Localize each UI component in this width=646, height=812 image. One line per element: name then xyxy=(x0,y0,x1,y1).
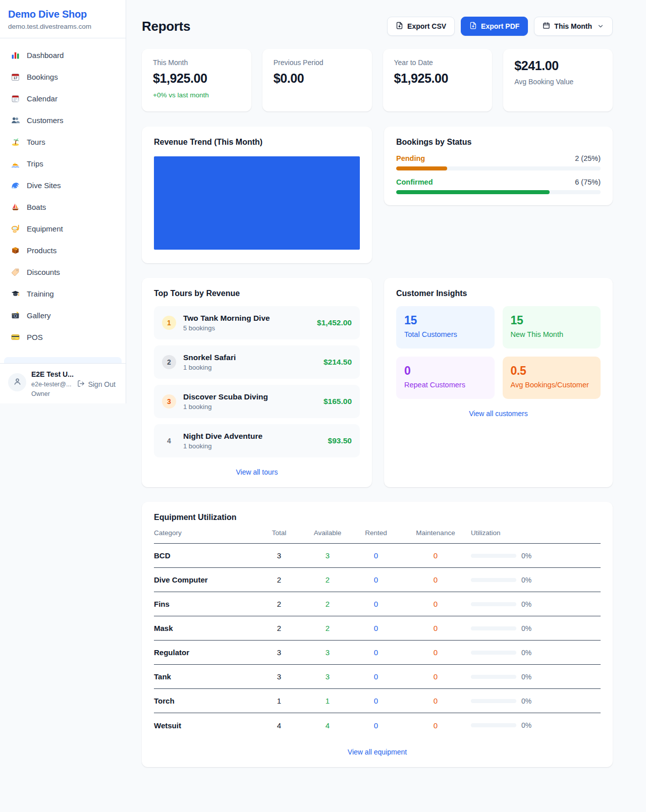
status-value: 6 (75%) xyxy=(575,178,601,186)
tour-info: Snorkel Safari1 booking xyxy=(183,353,236,371)
table-row: Regulator33000% xyxy=(154,641,601,665)
equipment-maintenance: 0 xyxy=(400,648,471,657)
view-all-tours-link[interactable]: View all tours xyxy=(154,468,360,476)
table-row: Dive Computer22000% xyxy=(154,568,601,592)
equipment-total: 3 xyxy=(255,551,303,560)
customer-insights-title: Customer Insights xyxy=(396,289,601,298)
sidebar-item-label: Products xyxy=(27,246,57,255)
svg-text:17: 17 xyxy=(13,76,17,80)
tile-value: 15 xyxy=(511,314,593,327)
brand-name[interactable]: Demo Dive Shop xyxy=(8,9,118,20)
utilization-percent: 0% xyxy=(521,697,531,705)
tile-label: Avg Bookings/Customer xyxy=(511,381,593,389)
utilization-bar xyxy=(471,651,516,655)
status-head: Pending2 (25%) xyxy=(396,154,601,162)
column-header-total: Total xyxy=(255,529,303,537)
equipment-maintenance: 0 xyxy=(400,624,471,632)
progress-fill xyxy=(396,166,447,170)
equipment-maintenance: 0 xyxy=(400,551,471,560)
calendar-icon xyxy=(543,22,550,31)
equipment-available: 3 xyxy=(303,551,352,560)
sidebar-item-bookings[interactable]: 17Bookings xyxy=(4,66,122,88)
sidebar-item-equipment[interactable]: Equipment xyxy=(4,218,122,240)
table-row: Fins22000% xyxy=(154,592,601,616)
export-csv-button[interactable]: Export CSV xyxy=(387,17,455,36)
equipment-available: 2 xyxy=(303,600,352,608)
sign-out-button[interactable]: Sign Out xyxy=(77,380,115,389)
equipment-utilization-card: Equipment Utilization CategoryTotalAvail… xyxy=(142,502,613,767)
equipment-rented: 0 xyxy=(352,624,400,632)
tour-revenue: $1,452.00 xyxy=(317,318,352,327)
stat-card-year-to-date: Year to Date$1,925.00 xyxy=(383,49,493,111)
tile-label: New This Month xyxy=(511,330,593,338)
sidebar-item-pos[interactable]: POS xyxy=(4,326,122,348)
table-body: BCD33000%Dive Computer22000%Fins22000%Ma… xyxy=(154,544,601,737)
revenue-trend-card: Revenue Trend (This Month) xyxy=(142,127,372,263)
equipment-rented: 0 xyxy=(352,575,400,584)
bookings-by-status-card: Bookings by Status Pending2 (25%)Confirm… xyxy=(384,127,613,205)
status-label: Confirmed xyxy=(396,178,433,186)
tour-bookings: 1 booking xyxy=(183,364,236,371)
equipment-total: 2 xyxy=(255,624,303,632)
tour-name: Night Dive Adventure xyxy=(183,432,262,441)
equipment-rented: 0 xyxy=(352,672,400,681)
equipment-total: 2 xyxy=(255,575,303,584)
stat-card-this-month: This Month$1,925.00+0% vs last month xyxy=(142,49,251,111)
sidebar-item-tours[interactable]: Tours xyxy=(4,131,122,153)
sidebar-item-boats[interactable]: Boats xyxy=(4,196,122,218)
header-actions: Export CSV Export PDF This Month xyxy=(387,17,613,36)
package-icon xyxy=(9,246,21,255)
tour-info: Night Dive Adventure1 booking xyxy=(183,432,262,450)
sidebar-item-calendar[interactable]: Calendar xyxy=(4,88,122,109)
page-title: Reports xyxy=(142,19,190,34)
insight-tiles: 15Total Customers15New This Month0Repeat… xyxy=(396,306,601,399)
period-dropdown[interactable]: This Month xyxy=(534,17,613,36)
customer-insights-card: Customer Insights 15Total Customers15New… xyxy=(384,278,613,487)
equipment-rented: 0 xyxy=(352,648,400,657)
top-tours-title: Top Tours by Revenue xyxy=(154,289,360,298)
user-icon xyxy=(13,377,22,388)
equipment-total: 3 xyxy=(255,672,303,681)
equipment-category: Fins xyxy=(154,600,255,608)
view-all-customers-link[interactable]: View all customers xyxy=(396,410,601,418)
sidebar-nav: Dashboard17BookingsCalendarCustomersTour… xyxy=(0,38,126,357)
equipment-category: BCD xyxy=(154,551,255,560)
tour-list: 1Two Tank Morning Dive5 bookings$1,452.0… xyxy=(154,306,360,457)
sidebar-item-dashboard[interactable]: Dashboard xyxy=(4,44,122,66)
dive-mask-icon xyxy=(9,224,21,233)
camera-icon xyxy=(9,311,21,320)
export-pdf-button[interactable]: Export PDF xyxy=(461,17,528,36)
equipment-category: Wetsuit xyxy=(154,721,255,730)
equipment-available: 3 xyxy=(303,648,352,657)
column-header-category: Category xyxy=(154,529,255,537)
sidebar-item-products[interactable]: Products xyxy=(4,240,122,261)
file-export-icon xyxy=(469,22,477,31)
tour-bookings: 1 booking xyxy=(183,442,262,450)
stat-delta: +0% vs last month xyxy=(153,91,240,99)
sidebar-item-customers[interactable]: Customers xyxy=(4,109,122,131)
utilization-percent: 0% xyxy=(521,721,531,729)
insight-tile-repeat-customers: 0Repeat Customers xyxy=(396,357,495,399)
sidebar-item-reports-partial[interactable] xyxy=(4,357,122,363)
speedboat-icon xyxy=(9,159,21,168)
sidebar-item-dive-sites[interactable]: Dive Sites xyxy=(4,175,122,196)
view-all-equipment-link[interactable]: View all equipment xyxy=(154,748,601,756)
progress-fill xyxy=(396,190,550,194)
sidebar-item-trips[interactable]: Trips xyxy=(4,153,122,175)
equipment-category: Regulator xyxy=(154,648,255,657)
sidebar-item-training[interactable]: Training xyxy=(4,283,122,305)
equipment-category: Tank xyxy=(154,672,255,681)
calendar-tearoff-icon xyxy=(9,94,21,103)
utilization-percent: 0% xyxy=(521,600,531,608)
equipment-total: 1 xyxy=(255,697,303,705)
insight-tile-new-this-month: 15New This Month xyxy=(503,306,601,349)
sidebar-item-gallery[interactable]: Gallery xyxy=(4,305,122,326)
utilization-percent: 0% xyxy=(521,673,531,681)
stat-label: Avg Booking Value xyxy=(514,78,602,86)
chevron-down-icon xyxy=(597,23,604,30)
equipment-available: 4 xyxy=(303,721,352,730)
utilization-bar xyxy=(471,554,516,558)
sidebar-item-discounts[interactable]: Discounts xyxy=(4,261,122,283)
tour-revenue: $93.50 xyxy=(328,436,352,445)
sidebar-item-label: POS xyxy=(27,333,43,341)
